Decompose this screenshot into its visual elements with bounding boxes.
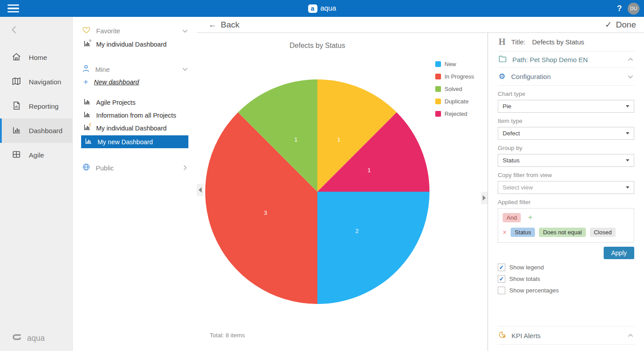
applied-filter-label: Applied filter bbox=[498, 199, 634, 205]
title-value[interactable]: Defects by Status bbox=[532, 38, 585, 46]
triangle-left-icon bbox=[199, 187, 202, 193]
back-arrow-icon: ← bbox=[208, 20, 217, 30]
avatar[interactable]: DU bbox=[628, 3, 640, 15]
chart-type-select[interactable]: Pie bbox=[498, 100, 634, 113]
pie-chart: 23111 bbox=[204, 78, 431, 305]
back-button[interactable]: ← Back bbox=[208, 20, 239, 30]
chart-type-label: Chart type bbox=[498, 91, 634, 97]
show-totals-checkbox[interactable]: ✓ Show totals bbox=[498, 275, 634, 283]
legend-swatch bbox=[435, 111, 441, 117]
filter-operator-chip[interactable]: And bbox=[503, 213, 521, 222]
check-icon: ✓ bbox=[605, 20, 612, 30]
globe-badge-icon: ⊕ bbox=[89, 39, 92, 43]
section-public[interactable]: Public bbox=[73, 161, 197, 175]
checkbox-icon: ✓ bbox=[498, 275, 505, 283]
item-type-select[interactable]: Defect bbox=[498, 127, 634, 140]
add-condition-button[interactable]: + bbox=[528, 213, 533, 221]
chevron-right-icon[interactable] bbox=[182, 166, 188, 170]
mini-chart-icon bbox=[83, 111, 91, 119]
legend-item-in-progress[interactable]: In Progress bbox=[435, 73, 474, 80]
bar-chart-icon bbox=[12, 125, 21, 137]
new-dashboard-button[interactable]: + New dashboard bbox=[73, 76, 197, 88]
chevron-up-icon[interactable] bbox=[628, 334, 633, 337]
show-percentages-checkbox[interactable]: ✓ Show percentages bbox=[498, 287, 634, 294]
caret-down-icon bbox=[626, 159, 629, 162]
legend-swatch bbox=[435, 86, 441, 92]
brand-name: aqua bbox=[320, 4, 336, 12]
footer-brand: aqua bbox=[11, 332, 45, 345]
legend-item-duplicate[interactable]: Duplicate bbox=[435, 98, 474, 105]
help-icon[interactable]: ? bbox=[617, 4, 622, 13]
globe-icon bbox=[82, 163, 90, 172]
collapse-sidebar-icon[interactable] bbox=[12, 26, 19, 35]
map-icon bbox=[12, 76, 21, 88]
path-row[interactable]: Path: Pet Shop Demo EN bbox=[498, 51, 634, 68]
pie-slice-label: 1 bbox=[367, 167, 371, 174]
condition-operator-chip[interactable]: Does not equal bbox=[539, 228, 585, 237]
pie-slice-label: 1 bbox=[294, 136, 297, 143]
dashboard-list-sidebar: Favorite ⊕ My individual Dashboard Mine … bbox=[73, 17, 197, 351]
caret-down-icon bbox=[626, 186, 629, 189]
copy-filter-select[interactable]: Select view bbox=[498, 181, 634, 194]
pie-slice-label: 3 bbox=[264, 209, 267, 216]
legend-item-new[interactable]: New bbox=[435, 61, 474, 67]
applied-filter-box: And + × Status Does not equal Closed bbox=[498, 208, 634, 243]
legend-item-rejected[interactable]: Rejected bbox=[435, 110, 474, 117]
legend-item-solved[interactable]: Solved bbox=[435, 86, 474, 92]
checkbox-icon: ✓ bbox=[498, 287, 505, 294]
sidebar-item-navigation[interactable]: Navigation bbox=[0, 70, 72, 94]
share-badge-icon: ❮ bbox=[89, 122, 92, 126]
dashboard-item-agile-projects[interactable]: Agile Projects bbox=[73, 96, 197, 109]
sidebar-item-home[interactable]: Home bbox=[0, 45, 72, 70]
main-nav-sidebar: Home Navigation Reporting Dashboard Agil… bbox=[0, 17, 73, 351]
dashboard-item-my-individual[interactable]: ❮ My individual Dashboard bbox=[73, 122, 197, 134]
configuration-panel: H Title: Defects by Status Path: Pet Sho… bbox=[488, 33, 644, 351]
sidebar-item-reporting[interactable]: Reporting bbox=[0, 94, 72, 118]
condition-value-chip[interactable]: Closed bbox=[590, 228, 616, 237]
chevron-up-icon[interactable] bbox=[628, 58, 633, 61]
title-row[interactable]: H Title: Defects by Status bbox=[498, 33, 634, 51]
chevron-down-icon[interactable] bbox=[182, 29, 188, 33]
pie-slice-new[interactable] bbox=[317, 192, 429, 304]
pie-slice-label: 2 bbox=[355, 228, 359, 234]
editor-header: ← Back ✓ Done bbox=[197, 17, 644, 33]
chart-title: Defects by Status bbox=[197, 42, 438, 50]
chevron-down-icon[interactable] bbox=[182, 67, 188, 71]
mini-chart-icon bbox=[85, 138, 92, 146]
dashboard-item-information-all-projects[interactable]: Information from all Projects bbox=[73, 109, 197, 122]
apply-button[interactable]: Apply bbox=[604, 247, 634, 259]
kpi-alerts-row[interactable]: KPI Alerts bbox=[498, 326, 634, 345]
group-by-select[interactable]: Status bbox=[498, 154, 634, 167]
carousel-next-button[interactable] bbox=[481, 192, 488, 204]
home-icon bbox=[12, 52, 21, 63]
sidebar-item-dashboard[interactable]: Dashboard bbox=[0, 118, 72, 143]
legend-swatch bbox=[435, 61, 441, 67]
aqua-logo-gray-icon bbox=[11, 332, 23, 345]
chart-legend: New In Progress Solved Duplicate Rejecte… bbox=[435, 61, 474, 123]
configuration-row[interactable]: ⚙ Configuration bbox=[498, 68, 634, 86]
section-mine[interactable]: Mine bbox=[73, 62, 197, 76]
group-by-label: Group by bbox=[498, 145, 634, 151]
pie-slice-label: 1 bbox=[337, 136, 340, 143]
remove-condition-button[interactable]: × bbox=[503, 229, 507, 237]
triangle-right-icon bbox=[483, 195, 486, 201]
section-favorite[interactable]: Favorite bbox=[73, 24, 197, 38]
show-legend-checkbox[interactable]: ✓ Show legend bbox=[498, 264, 634, 271]
grid-icon bbox=[12, 150, 21, 161]
person-icon bbox=[82, 65, 90, 74]
chevron-down-icon[interactable] bbox=[628, 75, 633, 79]
top-bar: a aqua ? DU bbox=[0, 0, 644, 17]
carousel-prev-button[interactable] bbox=[197, 184, 203, 196]
caret-down-icon bbox=[626, 132, 629, 134]
plus-icon: + bbox=[83, 79, 88, 85]
heart-icon bbox=[82, 27, 90, 35]
sidebar-item-agile[interactable]: Agile bbox=[0, 143, 72, 167]
condition-field-chip[interactable]: Status bbox=[511, 228, 535, 237]
legend-swatch bbox=[435, 99, 441, 104]
dashboard-item-my-new-dashboard[interactable]: My new Dashboard bbox=[81, 135, 188, 148]
hamburger-menu-icon[interactable] bbox=[8, 4, 19, 12]
chart-widget: Defects by Status New In Progress Solved… bbox=[197, 33, 488, 351]
done-button[interactable]: ✓ Done bbox=[605, 20, 636, 30]
report-document-icon bbox=[12, 101, 21, 112]
dashboard-item-favorite-individual[interactable]: ⊕ My individual Dashboard bbox=[73, 38, 197, 51]
